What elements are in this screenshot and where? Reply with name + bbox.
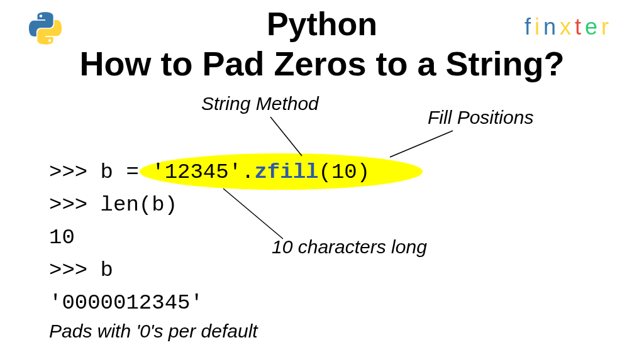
code-line-1: >>> b = '12345'.zfill(10)	[49, 156, 370, 189]
annotation-pads-default: Pads with '0's per default	[49, 321, 258, 342]
code-method-zfill: zfill	[254, 160, 318, 184]
code-string-literal: '12345'	[152, 160, 242, 184]
connector-line	[390, 131, 453, 157]
code-prompt-assign: >>> b =	[49, 160, 152, 184]
connector-line	[270, 117, 302, 156]
code-line-5: '0000012345'	[49, 287, 370, 319]
page-title-line1: Python	[0, 5, 644, 43]
code-line-2: >>> len(b)	[49, 189, 370, 221]
code-line-3: 10	[49, 221, 370, 254]
annotation-string-method: String Method	[201, 93, 319, 114]
code-dot: .	[242, 160, 254, 184]
code-args: (10)	[319, 160, 370, 184]
annotation-fill-positions: Fill Positions	[428, 107, 533, 128]
page-title-line2: How to Pad Zeros to a String?	[0, 44, 644, 83]
code-block: >>> b = '12345'.zfill(10) >>> len(b) 10 …	[49, 156, 370, 319]
code-line-4: >>> b	[49, 254, 370, 287]
